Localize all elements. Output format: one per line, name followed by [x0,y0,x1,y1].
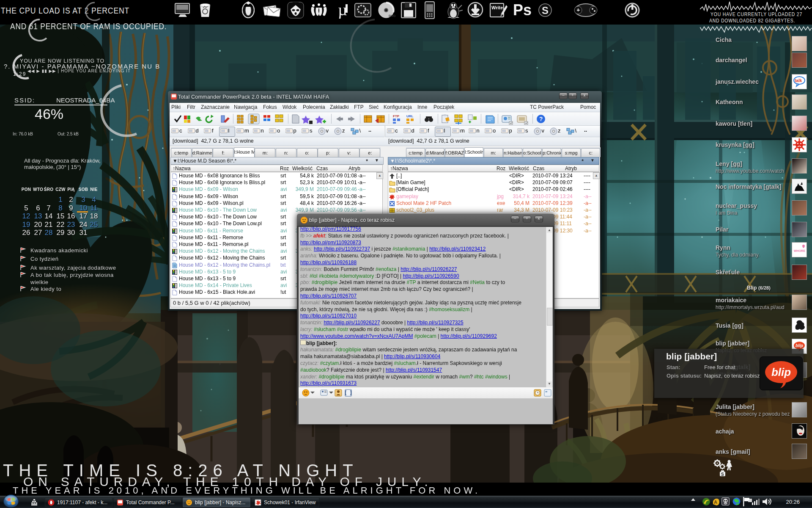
svg-text:?: ? [539,116,543,122]
svg-text:”: ” [545,390,548,395]
svg-text:S: S [542,5,549,16]
svg-text:A: A [714,500,717,505]
svg-text:Ps: Ps [513,1,532,19]
svg-text:DVD: DVD [389,14,395,18]
svg-text:FTP: FTP [393,114,400,118]
svg-text:blip: blip [771,366,791,378]
svg-text:Write: Write [491,5,503,10]
svg-text:URL: URL [406,114,414,118]
